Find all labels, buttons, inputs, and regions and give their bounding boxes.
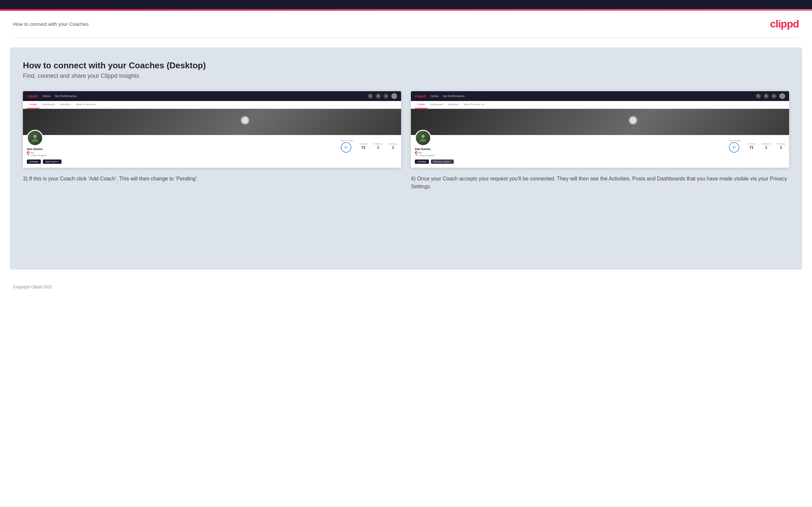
tab-what-to-work-on-right[interactable]: What To Work On [461,101,487,109]
top-bar [0,0,812,9]
mockup-right-nav-home[interactable]: Home [430,95,439,98]
copyright: Copyright Clippd 2022 [13,285,52,289]
description-right: 4) Once your Coach accepts your request … [411,175,789,190]
search-icon-right[interactable] [756,94,761,99]
badge-circle-right [415,151,417,154]
logo: clippd [770,18,799,30]
svg-point-3 [386,96,387,97]
badge-text-right: Pro [418,152,422,154]
mockup-left-hero [23,109,401,135]
stats-right: Player Quality 97 Activities 71 Follower… [459,137,785,153]
svg-point-5 [28,152,29,153]
main-content: How to connect with your Coaches (Deskto… [10,47,802,270]
name-left: Dan Davies [27,148,61,151]
tab-activities-right[interactable]: Activities [446,101,461,109]
mockup-right-profile-area: Dan Davies Pro 📍 United Kingdom Unfollow [411,135,789,168]
stat-followers-right: Followers 1 [762,143,770,150]
svg-point-10 [421,135,425,138]
mockup-right: clippd Home My Performance [411,91,789,168]
svg-point-4 [33,135,37,138]
location-left: 📍 United Kingdom [27,154,61,157]
header-title: How to connect with your Coaches [13,21,89,27]
stat-activities-left: Activities 71 [360,143,367,150]
stats-left: Player Quality 97 Activities 71 Follower… [67,137,397,153]
unfollow-button-right[interactable]: Unfollow [415,160,429,164]
mockup-left-profile-area: Dan Davies Pro 📍 United Kingdom Unfollow [23,135,401,168]
avatar-icon-right[interactable] [779,93,785,99]
stat-quality-right: Player Quality 97 [729,139,741,153]
tab-dashboard-left[interactable]: Dashboard [40,101,58,109]
panel-right: clippd Home My Performance [411,91,789,190]
mockup-right-hero [411,109,789,135]
mockup-left-nav: clippd Home My Performance [23,91,401,101]
tab-dashboard-right[interactable]: Dashboard [427,101,446,109]
mockup-left-logo: clippd [27,94,37,98]
footer: Copyright Clippd 2022 [0,280,812,294]
location-right: 📍 United Kingdom [415,154,454,157]
svg-point-9 [773,96,775,97]
header: How to connect with your Coaches clippd [0,11,812,37]
mockup-left-nav-performance[interactable]: My Performance [55,95,77,98]
mockup-right-nav: clippd Home My Performance [411,91,789,101]
svg-line-7 [759,97,760,98]
avatar-left [27,130,43,146]
mockup-right-tabs: Profile Dashboard Activities What To Wor… [411,101,789,109]
settings-icon[interactable] [384,94,389,99]
add-coach-button[interactable]: Add Coach + [43,160,61,164]
profile-info-left: Dan Davies Pro 📍 United Kingdom Unfollow [27,146,61,164]
svg-point-2 [377,95,379,97]
tab-activities-left[interactable]: Activities [58,101,73,109]
avatar-icon[interactable] [391,93,397,99]
divider [13,37,799,38]
unfollow-button-left[interactable]: Unfollow [27,160,41,164]
svg-point-8 [766,95,767,97]
avatar-right [415,130,431,146]
svg-point-6 [757,95,759,97]
svg-point-0 [369,95,371,97]
stat-followers-left: Followers 1 [374,143,383,150]
mockup-left: clippd Home My Performance [23,91,401,168]
panel-left: clippd Home My Performance [23,91,401,190]
mockup-right-logo: clippd [415,94,425,98]
stat-activities-right: Activities 71 [748,143,755,150]
search-icon[interactable] [368,94,373,99]
mockup-left-tabs: Profile Dashboard Activities What To Wor… [23,101,401,109]
mockup-left-nav-home[interactable]: Home [43,95,50,98]
remove-coach-button[interactable]: Remove Coach × [431,160,454,164]
tab-what-to-work-on-left[interactable]: What To Work On [73,101,99,109]
tab-profile-right[interactable]: Profile [415,101,427,109]
name-right: Dan Davies [415,148,454,151]
description-left: 3) If this is your Coach click ‘Add Coac… [23,175,401,183]
main-subheading: Find, connect and share your Clippd insi… [23,72,789,79]
svg-line-1 [371,97,372,98]
tab-profile-left[interactable]: Profile [27,101,40,109]
stat-following-right: Following 1 [777,143,785,150]
svg-point-11 [415,152,417,153]
settings-icon-right[interactable] [771,94,777,99]
mockup-right-nav-performance[interactable]: My Performance [443,95,465,98]
person-icon[interactable] [375,94,381,99]
person-icon-right[interactable] [764,94,769,99]
main-heading: How to connect with your Coaches (Deskto… [23,60,789,71]
badge-circle-left [27,151,30,154]
badge-text-left: Pro [31,152,34,154]
profile-info-right: Dan Davies Pro 📍 United Kingdom Unfollow [415,146,454,164]
stat-following-left: Following 1 [389,143,397,150]
stat-quality-left: Player Quality 97 [341,139,353,153]
